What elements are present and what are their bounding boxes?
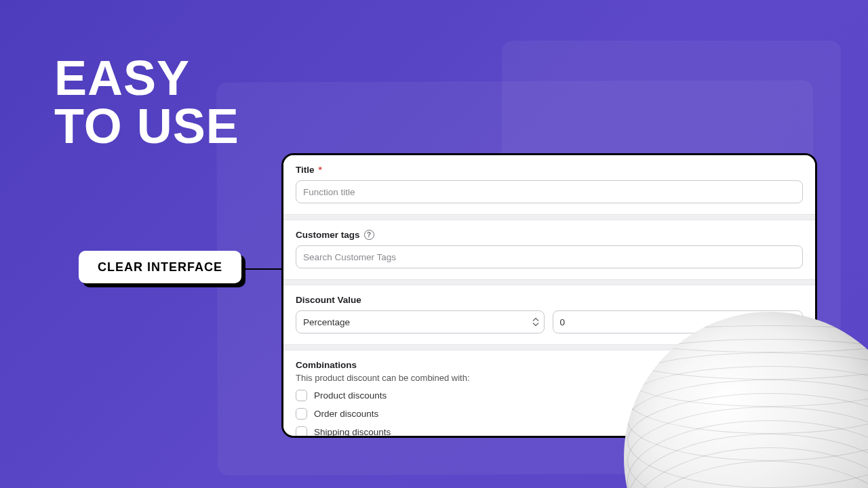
promo-stage: EASY TO USE CLEAR INTERFACE Title * Cust… xyxy=(0,0,868,488)
help-icon[interactable]: ? xyxy=(364,230,374,240)
customer-tags-label-text: Customer tags xyxy=(296,230,360,240)
required-mark: * xyxy=(319,165,322,175)
checkbox-icon xyxy=(296,390,307,401)
checkbox-icon xyxy=(296,408,307,420)
discount-type-select[interactable] xyxy=(296,310,545,333)
hero-line-1: EASY xyxy=(54,54,239,102)
checkbox-icon xyxy=(296,426,307,438)
discount-type-select-wrap xyxy=(296,310,545,333)
section-divider xyxy=(283,280,815,285)
title-input[interactable] xyxy=(296,180,803,203)
customer-tags-label: Customer tags ? xyxy=(296,230,803,240)
select-stepper-icon xyxy=(532,318,539,327)
title-label-text: Title xyxy=(296,165,315,175)
section-customer-tags: Customer tags ? xyxy=(283,220,815,280)
title-label: Title * xyxy=(296,165,803,175)
hero-line-2: TO USE xyxy=(54,102,239,150)
section-title: Title * xyxy=(283,155,815,215)
combination-option-label: Order discounts xyxy=(314,409,378,419)
section-divider xyxy=(283,215,815,220)
customer-tags-search-input[interactable] xyxy=(296,245,803,268)
combination-option-label: Shipping discounts xyxy=(314,427,391,437)
discount-value-label: Discount Value xyxy=(296,295,803,305)
callout-badge: CLEAR INTERFACE xyxy=(79,251,241,283)
hero-headline: EASY TO USE xyxy=(54,54,239,150)
combination-option-label: Product discounts xyxy=(314,390,387,401)
callout-badge-label: CLEAR INTERFACE xyxy=(79,251,241,283)
